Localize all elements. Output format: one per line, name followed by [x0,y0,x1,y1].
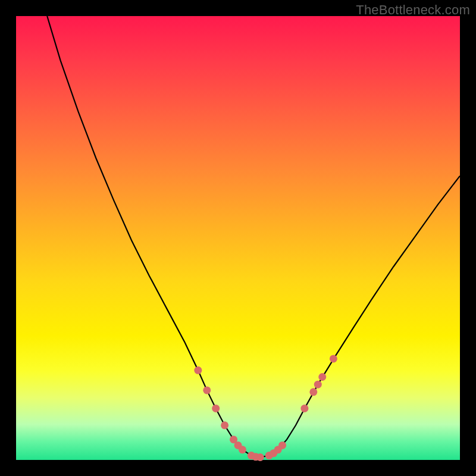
curve-marker [221,421,228,429]
curve-marker [330,355,337,362]
curve-marker [212,405,220,412]
curve-marker [309,388,317,396]
bottleneck-curve [47,16,460,458]
curve-marker [203,386,211,394]
curve-marker [300,405,308,412]
curve-marker [278,441,286,449]
chart-svg [16,16,460,460]
curve-marker [318,373,326,381]
curve-marker [256,453,264,461]
marker-group [194,355,337,461]
curve-marker [314,381,322,389]
curve-marker [194,367,202,374]
curve-marker [239,446,246,453]
